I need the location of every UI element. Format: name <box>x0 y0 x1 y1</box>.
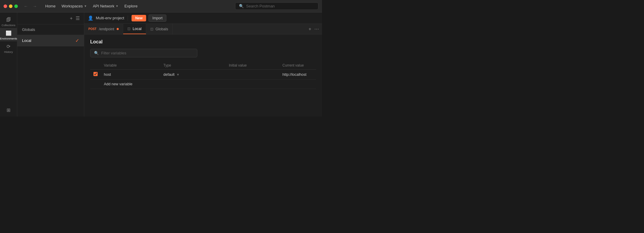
sidebar-item-collections[interactable]: 🗐 Collections <box>0 15 17 28</box>
new-button[interactable]: New <box>132 15 146 21</box>
row-checkbox-cell[interactable] <box>90 70 101 80</box>
env-list-item-local[interactable]: Local ✓ <box>17 35 84 46</box>
row-variable[interactable]: host <box>101 70 160 80</box>
add-environment-button[interactable]: + <box>69 15 73 22</box>
search-bar[interactable]: 🔍 Search Postman <box>235 2 318 10</box>
unsaved-dot-icon <box>117 28 119 30</box>
table-header-row: Variable Type Initial value Current valu… <box>90 62 316 70</box>
post-method-badge: POST <box>88 27 96 31</box>
row-current-value[interactable]: http://localhost <box>279 70 316 80</box>
col-initial-value: Initial value <box>226 62 279 70</box>
manage-environments-button[interactable]: ☰ <box>75 15 80 22</box>
nav-arrows: ← → <box>23 3 38 9</box>
nav-api-network[interactable]: API Network ▼ <box>90 3 121 10</box>
main-layout: 🗐 Collections ⬜ Environments ⟳ History ⊞… <box>0 12 322 116</box>
add-tab-button[interactable]: + <box>309 26 311 32</box>
api-network-chevron-icon: ▼ <box>115 4 118 8</box>
env-panel: + ☰ Globals Local ✓ <box>17 12 84 116</box>
row-checkbox[interactable] <box>93 72 98 76</box>
sidebar-item-environments[interactable]: ⬜ Environments <box>0 28 17 41</box>
workspace-bar: 👤 Multi-env project New Import <box>84 12 322 24</box>
col-current-value: Current value <box>279 62 316 70</box>
collections-icon: 🗐 <box>6 17 11 23</box>
tabs-actions: + ⋯ <box>306 24 322 34</box>
globals-tab-label: Globals <box>156 27 168 31</box>
titlebar: ← → Home Workspaces ▼ API Network ▼ Expl… <box>0 0 322 12</box>
more-tabs-button[interactable]: ⋯ <box>314 26 319 32</box>
content-area: 👤 Multi-env project New Import POST /end… <box>84 12 322 116</box>
tab-local[interactable]: ◫ Local <box>123 24 146 34</box>
workspace-left: 👤 Multi-env project <box>84 15 128 21</box>
filter-input[interactable] <box>101 51 193 55</box>
add-variable-cell[interactable]: Add new variable <box>101 80 316 89</box>
env-panel-actions: + ☰ <box>69 15 80 22</box>
sidebar-icons: 🗐 Collections ⬜ Environments ⟳ History ⊞ <box>0 12 17 116</box>
add-row-checkbox <box>90 80 101 89</box>
page-title: Local <box>90 39 316 45</box>
traffic-lights <box>4 4 18 8</box>
sidebar-top: 🗐 Collections ⬜ Environments ⟳ History <box>0 15 17 55</box>
col-checkbox <box>90 62 101 70</box>
local-content: Local 🔍 Variable Type Initial value Curr… <box>84 34 322 116</box>
env-panel-header: + ☰ <box>17 12 84 24</box>
forward-arrow-icon[interactable]: → <box>32 3 38 9</box>
table-row: host default ▼ http://localhost <box>90 70 316 80</box>
env-tab-icon: ◫ <box>127 27 130 31</box>
add-workspace-icon: ⊞ <box>7 107 10 113</box>
nav-explore[interactable]: Explore <box>122 3 140 10</box>
sidebar-item-add-workspace[interactable]: ⊞ <box>7 105 10 114</box>
type-chevron-icon[interactable]: ▼ <box>176 73 180 76</box>
row-initial-value[interactable] <box>226 70 279 80</box>
back-arrow-icon[interactable]: ← <box>23 3 29 9</box>
nav-home[interactable]: Home <box>43 3 58 10</box>
col-variable: Variable <box>101 62 160 70</box>
endpoint-path: /endpoint <box>99 27 114 31</box>
env-list-item-globals[interactable]: Globals <box>17 24 84 35</box>
tab-globals[interactable]: ◫ Globals <box>146 24 173 34</box>
nav-items: Home Workspaces ▼ API Network ▼ Explore <box>43 3 230 10</box>
active-env-check-icon: ✓ <box>75 38 79 43</box>
variables-table: Variable Type Initial value Current valu… <box>90 62 316 89</box>
import-button[interactable]: Import <box>149 15 166 22</box>
sidebar-bottom: ⊞ <box>7 105 10 114</box>
filter-bar[interactable]: 🔍 <box>90 49 197 57</box>
minimize-button[interactable] <box>9 4 12 8</box>
filter-icon: 🔍 <box>94 51 99 55</box>
add-variable-row[interactable]: Add new variable <box>90 80 316 89</box>
globals-tab-icon: ◫ <box>150 27 153 31</box>
tabs-row: POST /endpoint ◫ Local ◫ Globals + ⋯ <box>84 24 322 34</box>
col-type: Type <box>160 62 226 70</box>
close-button[interactable] <box>4 4 7 8</box>
nav-workspaces[interactable]: Workspaces ▼ <box>59 3 89 10</box>
workspace-name: Multi-env project <box>96 16 124 20</box>
sidebar-item-history[interactable]: ⟳ History <box>0 41 17 55</box>
environments-icon: ⬜ <box>6 30 12 36</box>
maximize-button[interactable] <box>14 4 18 8</box>
local-tab-label: Local <box>133 27 142 31</box>
workspaces-chevron-icon: ▼ <box>84 4 87 8</box>
tab-post-endpoint[interactable]: POST /endpoint <box>84 24 123 34</box>
row-type[interactable]: default ▼ <box>160 70 226 80</box>
user-icon: 👤 <box>88 15 93 21</box>
history-icon: ⟳ <box>7 44 10 49</box>
search-icon: 🔍 <box>239 4 244 8</box>
